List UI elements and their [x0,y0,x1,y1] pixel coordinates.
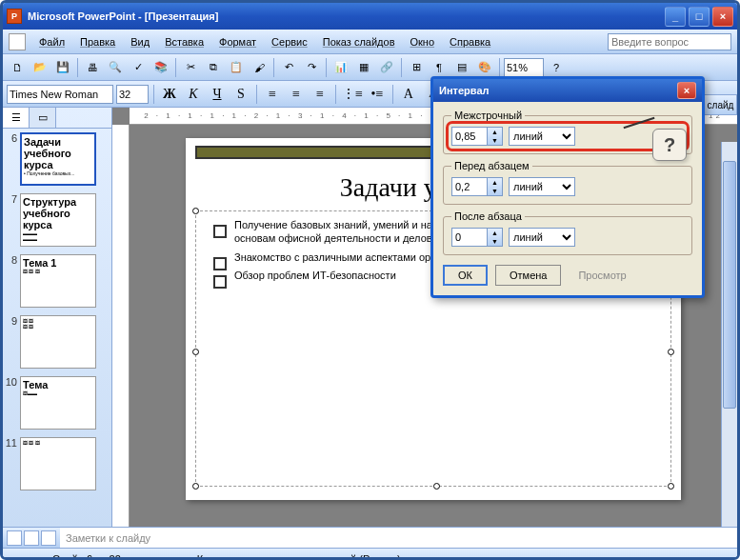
numbering-button[interactable]: ⋮≡ [341,84,364,105]
status-slide: Слайд 6 из 22 [14,553,159,561]
after-paragraph-label: После абзаца [451,210,525,222]
show-format-button[interactable]: ¶ [429,57,450,78]
vertical-scrollbar[interactable] [721,142,737,527]
vertical-ruler[interactable] [112,125,130,527]
increase-font-button[interactable]: A [398,84,419,105]
notes-pane[interactable]: Заметки к слайду [60,527,737,548]
spin-up-icon[interactable]: ▲ [488,229,502,237]
spin-down-icon[interactable]: ▼ [488,237,502,246]
redo-button[interactable]: ↷ [301,57,322,78]
underline-button[interactable]: Ч [207,84,228,105]
taskpane-tab[interactable]: і слайд [699,94,737,115]
spin-down-icon[interactable]: ▼ [488,187,502,195]
slide-thumbnail[interactable]: Тема 1🖼 🖼 🖼 [20,254,96,308]
resize-handle[interactable] [668,349,674,355]
status-language[interactable]: русский (Россия) [281,553,439,561]
slide-thumbnail[interactable]: Тема🖼▬▬ [20,376,96,430]
menu-edit[interactable]: Правка [72,33,123,50]
scrollbar-thumb[interactable] [723,161,736,409]
menu-window[interactable]: Окно [403,33,443,50]
table-button[interactable]: ▦ [353,57,374,78]
slides-tab[interactable]: ▭ [30,108,56,128]
expand-button[interactable]: ⊞ [406,57,427,78]
line-spacing-spinner[interactable]: ▲▼ [451,127,503,146]
research-button[interactable]: 📚 [150,57,171,78]
resize-handle[interactable] [433,483,440,490]
preview-button[interactable]: 🔍 [105,57,126,78]
slide-thumbnail[interactable]: 🖼 🖼 🖼 [20,437,96,490]
before-spacing-spinner[interactable]: ▲▼ [451,177,503,196]
line-spacing-value[interactable] [452,128,487,145]
paste-button[interactable]: 📋 [226,57,247,78]
view-buttons [3,527,60,548]
new-button[interactable]: 🗋 [7,57,28,78]
thumb-num: 9 [5,315,20,327]
app-title: Microsoft PowerPoint [28,10,135,22]
font-combo[interactable] [7,85,113,104]
spin-up-icon[interactable]: ▲ [488,128,502,136]
bullets-button[interactable]: •≡ [367,84,388,105]
ok-button[interactable]: ОК [443,265,488,286]
menu-insert[interactable]: Вставка [157,33,211,50]
cut-button[interactable]: ✂ [180,57,201,78]
save-button[interactable]: 💾 [52,57,73,78]
slide-thumbnail[interactable]: Структура учебного курса▬▬▬▬▬▬ [20,193,96,247]
color-button[interactable]: 🎨 [474,57,495,78]
minimize-button[interactable]: _ [665,7,686,27]
titlebar: P Microsoft PowerPoint - [Презентация] _… [3,3,737,30]
resize-handle[interactable] [192,208,199,214]
normal-view-button[interactable] [7,530,22,546]
align-right-button[interactable]: ≡ [310,84,330,105]
spell-button[interactable]: ✓ [128,57,149,78]
close-button[interactable]: × [712,7,733,27]
maximize-button[interactable]: □ [689,7,710,27]
resize-handle[interactable] [192,483,199,490]
spin-up-icon[interactable]: ▲ [488,178,502,187]
resize-handle[interactable] [192,349,199,355]
align-left-button[interactable]: ≡ [262,84,283,105]
help-search-input[interactable] [608,33,731,50]
resize-handle[interactable] [668,483,674,490]
slide-thumbnail[interactable]: Задачи учебного курса• Получение базовых… [20,132,96,186]
app-menu-icon[interactable] [9,33,26,50]
spin-down-icon[interactable]: ▼ [488,136,502,145]
print-button[interactable]: 🖶 [82,57,103,78]
after-spacing-value[interactable] [452,229,487,246]
outline-tab[interactable]: ☰ [3,108,30,128]
after-spacing-spinner[interactable]: ▲▼ [451,228,503,247]
open-button[interactable]: 📂 [30,57,50,78]
thumbnail-list[interactable]: 6Задачи учебного курса• Получение базовы… [3,129,111,527]
menu-tools[interactable]: Сервис [264,33,315,50]
slideshow-view-button[interactable] [41,530,56,546]
menu-view[interactable]: Вид [123,33,157,50]
preview-button[interactable]: Просмотр [569,270,626,281]
shadow-button[interactable]: S [230,84,251,105]
dialog-titlebar[interactable]: Интервал × [433,79,702,102]
line-spacing-unit[interactable]: линий [509,127,575,146]
align-center-button[interactable]: ≡ [286,84,307,105]
undo-button[interactable]: ↶ [278,57,299,78]
slide-thumbnail[interactable]: 🖼 🖼🖼 🖼 [20,315,96,369]
after-spacing-unit[interactable]: линий [509,228,575,247]
thumb-num: 10 [5,376,20,388]
menu-help[interactable]: Справка [442,33,498,50]
cancel-button[interactable]: Отмена [495,265,561,286]
italic-button[interactable]: К [183,84,204,105]
format-painter-button[interactable]: 🖌 [249,57,270,78]
status-layout: Квадрант [159,553,281,561]
chart-button[interactable]: 📊 [330,57,351,78]
menu-format[interactable]: Формат [211,33,264,50]
menu-file[interactable]: Файл [31,33,72,50]
help-button[interactable]: ? [546,57,567,78]
zoom-combo[interactable] [504,58,544,77]
before-spacing-value[interactable] [452,178,487,195]
before-spacing-unit[interactable]: линий [509,177,575,196]
menu-slideshow[interactable]: Показ слайдов [315,33,403,50]
hyperlink-button[interactable]: 🔗 [376,57,397,78]
size-combo[interactable] [116,85,149,104]
dialog-close-button[interactable]: × [677,82,696,99]
bold-button[interactable]: Ж [159,84,180,105]
sorter-view-button[interactable] [24,530,39,546]
copy-button[interactable]: ⧉ [203,57,224,78]
grid-button[interactable]: ▤ [451,57,472,78]
